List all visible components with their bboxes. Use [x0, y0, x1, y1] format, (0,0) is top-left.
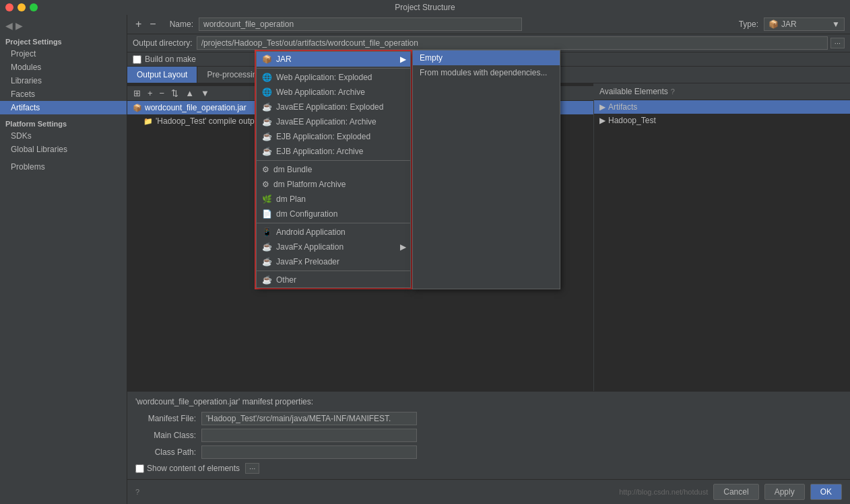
sidebar-item-facets[interactable]: Facets	[0, 87, 127, 101]
tab-output-layout[interactable]: Output Layout	[127, 67, 197, 83]
path-more-button[interactable]: ···	[830, 38, 845, 48]
menu-item-dm-config[interactable]: 📄 dm Configuration	[257, 207, 410, 221]
sidebar-item-artifacts[interactable]: Artifacts	[0, 101, 127, 114]
footer-help-icon[interactable]: ?	[135, 488, 139, 496]
build-on-make-checkbox[interactable]	[133, 55, 141, 64]
footer-left: ?	[135, 488, 139, 496]
main-class-input[interactable]	[201, 429, 417, 442]
forward-arrow[interactable]: ▶	[15, 20, 23, 31]
ejb-exploded-icon: ☕	[262, 132, 272, 141]
apply-button[interactable]: Apply	[764, 484, 805, 500]
sidebar-item-modules[interactable]: Modules	[0, 61, 127, 74]
manifest-title: 'wordcount_file_operation.jar' manifest …	[135, 397, 842, 406]
dm-platform-label: dm Platform Archive	[273, 180, 346, 189]
menu-item-other[interactable]: ☕ Other	[257, 273, 410, 287]
menu-item-javafx-preloader[interactable]: ☕ JavaFx Preloader	[257, 254, 410, 269]
name-input[interactable]	[199, 17, 522, 31]
add-artifact-button[interactable]: +	[133, 18, 144, 30]
maximize-button[interactable]	[30, 3, 38, 11]
available-elements-header: Available Elements ?	[594, 83, 850, 100]
menu-item-ejb-archive[interactable]: ☕ EJB Application: Archive	[257, 144, 410, 159]
dm-platform-icon: ⚙	[262, 180, 269, 189]
class-path-label: Class Path:	[135, 447, 196, 457]
class-path-row: Class Path:	[135, 445, 842, 459]
menu-item-jar[interactable]: 📦 JAR ▶	[257, 52, 410, 67]
back-arrow[interactable]: ◀	[5, 20, 13, 31]
dropdown-separator-4	[257, 271, 410, 271]
submenu-item-from-modules[interactable]: From modules with dependencies...	[413, 65, 560, 80]
content-area: + − Name: Type: 📦 JAR ▼ Output directory…	[127, 15, 850, 504]
javaee-exploded-label: JavaEE Application: Exploded	[276, 102, 383, 112]
artifact-actions: + −	[133, 18, 159, 30]
remove-artifact-button[interactable]: −	[147, 18, 158, 30]
window-title: Project Structure	[395, 3, 455, 12]
jar-arrow-icon: ▶	[400, 55, 406, 64]
submenu-item-empty[interactable]: Empty	[413, 50, 560, 65]
available-elements-help[interactable]: ?	[671, 87, 675, 96]
jar-type-icon: 📦	[769, 20, 779, 29]
android-label: Android Application	[276, 227, 346, 237]
menu-item-ejb-exploded[interactable]: ☕ EJB Application: Exploded	[257, 129, 410, 144]
tree-add-btn[interactable]: +	[145, 88, 155, 98]
available-hadoop-label: Hadoop_Test	[608, 116, 656, 125]
titlebar: Project Structure	[0, 0, 850, 15]
empty-label: Empty	[420, 53, 443, 63]
menu-item-javaee-archive[interactable]: ☕ JavaEE Application: Archive	[257, 114, 410, 129]
tree-up-btn[interactable]: ▲	[183, 88, 196, 98]
output-path-input[interactable]	[197, 36, 828, 50]
jar-menu-icon: 📦	[262, 55, 272, 64]
sidebar-item-project[interactable]: Project	[0, 47, 127, 61]
tree-remove-btn[interactable]: −	[158, 88, 167, 98]
menu-item-dm-plan[interactable]: 🌿 dm Plan	[257, 192, 410, 207]
tree-down-btn[interactable]: ▼	[199, 88, 211, 98]
javafx-label: JavaFx Application	[276, 242, 344, 252]
jar-submenu: Empty From modules with dependencies...	[412, 50, 560, 289]
web-exploded-label: Web Application: Exploded	[276, 73, 372, 82]
jar-menu-label: JAR	[276, 55, 292, 64]
menu-item-dm-platform[interactable]: ⚙ dm Platform Archive	[257, 177, 410, 192]
tree-layout-icon[interactable]: ⊞	[131, 88, 143, 98]
dropdown-overlay: 📦 JAR ▶ 🌐 Web Application: Exploded 🌐 We…	[255, 50, 560, 289]
menu-item-web-exploded[interactable]: 🌐 Web Application: Exploded	[257, 70, 410, 85]
type-label: Type:	[739, 20, 758, 29]
dm-plan-label: dm Plan	[276, 194, 306, 204]
javafx-arrow-icon: ▶	[400, 242, 406, 252]
show-content-label: Show content of elements	[147, 464, 240, 473]
class-path-input[interactable]	[201, 445, 417, 459]
javafx-preloader-icon: ☕	[262, 257, 272, 266]
other-label: Other	[276, 275, 296, 285]
type-selector[interactable]: 📦 JAR ▼	[764, 17, 845, 31]
main-class-row: Main Class:	[135, 429, 842, 442]
top-bar: + − Name: Type: 📦 JAR ▼	[127, 15, 850, 34]
close-button[interactable]	[5, 3, 13, 11]
available-item-hadoop[interactable]: ▶ Hadoop_Test	[594, 114, 850, 127]
ejb-archive-label: EJB Application: Archive	[276, 147, 363, 156]
javaee-archive-icon: ☕	[262, 117, 272, 127]
sidebar-item-problems[interactable]: Problems	[0, 160, 127, 174]
menu-item-javaee-exploded[interactable]: ☕ JavaEE Application: Exploded	[257, 100, 410, 114]
cancel-button[interactable]: Cancel	[713, 484, 758, 500]
manifest-file-input[interactable]	[201, 412, 417, 425]
available-item-artifacts[interactable]: ▶ Artifacts	[594, 100, 850, 114]
menu-item-dm-bundle[interactable]: ⚙ dm Bundle	[257, 162, 410, 177]
minimize-button[interactable]	[18, 3, 26, 11]
menu-item-javafx[interactable]: ☕ JavaFx Application ▶	[257, 240, 410, 254]
menu-item-web-archive[interactable]: 🌐 Web Application: Archive	[257, 85, 410, 100]
ok-button[interactable]: OK	[810, 484, 842, 500]
sidebar-item-global-libraries[interactable]: Global Libraries	[0, 143, 127, 156]
web-archive-label: Web Application: Archive	[276, 87, 365, 97]
jar-menu-container: 📦 JAR ▶ 🌐 Web Application: Exploded 🌐 We…	[255, 50, 412, 289]
dm-config-label: dm Configuration	[276, 209, 337, 219]
jar-dropdown-menu: 📦 JAR ▶ 🌐 Web Application: Exploded 🌐 We…	[256, 51, 411, 288]
sidebar-item-sdks[interactable]: SDKs	[0, 129, 127, 143]
footer-right: http://blog.csdn.net/hotdust Cancel Appl…	[619, 484, 842, 500]
section-project-settings: Project Settings	[0, 36, 127, 47]
javaee-archive-label: JavaEE Application: Archive	[276, 117, 377, 127]
watermark: http://blog.csdn.net/hotdust	[619, 488, 708, 496]
tree-sort-btn[interactable]: ⇅	[169, 88, 181, 98]
show-content-checkbox[interactable]	[135, 464, 144, 473]
show-content-more-btn[interactable]: ···	[245, 463, 259, 474]
available-artifacts-arrow: ▶	[599, 102, 606, 112]
menu-item-android[interactable]: 📱 Android Application	[257, 225, 410, 240]
sidebar-item-libraries[interactable]: Libraries	[0, 74, 127, 87]
